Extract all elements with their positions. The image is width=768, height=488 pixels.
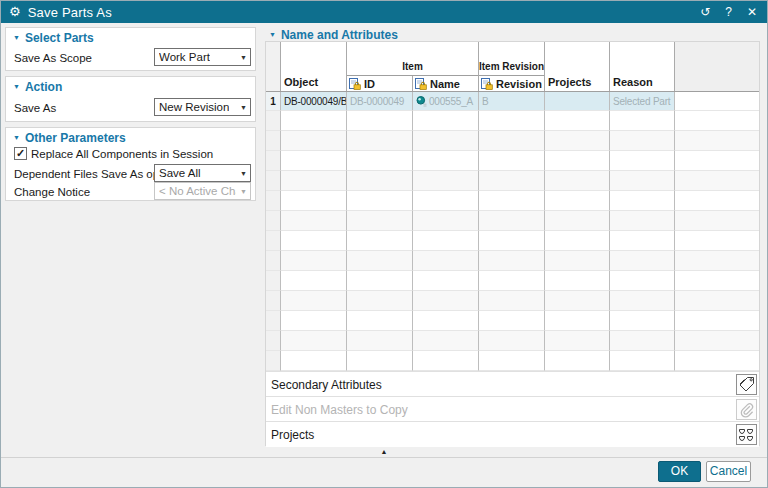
- filler-cell: [675, 191, 759, 211]
- edit-non-masters-button[interactable]: [736, 399, 757, 420]
- column-header-reason: Reason: [610, 42, 675, 91]
- object-cell: [281, 111, 347, 131]
- dependent-files-select[interactable]: Save All ▼: [154, 164, 251, 182]
- dialog-collapse-handle[interactable]: ▲: [1, 446, 767, 457]
- selected-value: < No Active Change: [159, 185, 236, 197]
- name-cell: [413, 291, 479, 311]
- reason-cell: [610, 351, 675, 371]
- table-empty-row[interactable]: [266, 191, 759, 211]
- gear-icon: ⚙: [9, 1, 21, 23]
- group-label: Item Revision: [479, 61, 544, 72]
- reason-cell: [610, 291, 675, 311]
- group-header-name-and-attributes[interactable]: ▼ Name and Attributes: [269, 28, 398, 42]
- id-cell: [347, 251, 413, 271]
- reason-cell: Selected Part: [610, 92, 675, 111]
- object-cell[interactable]: DB-0000049/B;1: [281, 92, 347, 111]
- filler-cell: [675, 291, 759, 311]
- change-notice-select[interactable]: < No Active Change ▼: [154, 182, 251, 200]
- filler-cell: [675, 111, 759, 131]
- row-number-cell: [266, 271, 281, 291]
- reset-icon[interactable]: ↺: [700, 1, 710, 23]
- collapse-arrow-icon: ▲: [381, 448, 388, 455]
- tags-icon: [738, 376, 755, 393]
- ok-button[interactable]: OK: [658, 461, 701, 482]
- reason-cell: [610, 231, 675, 251]
- group-other-parameters: ▼ Other Parameters ✓ Replace All Compone…: [5, 127, 256, 201]
- secondary-attributes-button[interactable]: [736, 374, 757, 395]
- name-cell: [413, 271, 479, 291]
- row-number-cell: [266, 291, 281, 311]
- group-header-other-parameters[interactable]: ▼ Other Parameters: [13, 131, 126, 145]
- revision-cell: [479, 251, 545, 271]
- column-header-revision: Revision: [479, 76, 544, 91]
- table-empty-row[interactable]: [266, 131, 759, 151]
- name-cell: [413, 231, 479, 251]
- table-empty-row[interactable]: [266, 271, 759, 291]
- row-number-column-header: [266, 42, 281, 91]
- table-empty-row[interactable]: [266, 171, 759, 191]
- group-header-select-parts[interactable]: ▼ Select Parts: [13, 31, 94, 45]
- replace-all-components-checkbox[interactable]: ✓: [14, 147, 27, 160]
- name-cell: [413, 351, 479, 371]
- id-cell: [347, 231, 413, 251]
- id-cell: [347, 311, 413, 331]
- save-as-label: Save As: [14, 99, 56, 117]
- object-cell: [281, 311, 347, 331]
- table-empty-row[interactable]: [266, 351, 759, 371]
- revision-cell: [479, 171, 545, 191]
- table-empty-row[interactable]: [266, 111, 759, 131]
- projects-button[interactable]: [736, 424, 757, 445]
- reason-cell: [610, 271, 675, 291]
- save-as-scope-select[interactable]: Work Part ▼: [154, 48, 251, 66]
- change-notice-label: Change Notice: [14, 183, 90, 201]
- table-empty-row[interactable]: [266, 231, 759, 251]
- name-cell: [413, 191, 479, 211]
- column-label: Object: [284, 76, 318, 88]
- help-icon[interactable]: ?: [725, 1, 732, 23]
- revision-cell[interactable]: B: [479, 92, 545, 111]
- projects-cell: [545, 311, 610, 331]
- projects-cell: [545, 231, 610, 251]
- group-name-and-attributes: Object Item: [265, 41, 760, 446]
- lock-icon: [481, 78, 493, 90]
- projects-cell[interactable]: [545, 92, 610, 111]
- secondary-attributes-row: Secondary Attributes: [266, 371, 759, 397]
- table-empty-row[interactable]: [266, 331, 759, 351]
- table-row-selected[interactable]: 1 DB-0000049/B;1 DB-0000049 000555_A B S…: [266, 92, 759, 111]
- projects-cell: [545, 131, 610, 151]
- revision-cell: [479, 231, 545, 251]
- table-empty-row[interactable]: [266, 251, 759, 271]
- filler-cell: [675, 311, 759, 331]
- revision-cell: [479, 351, 545, 371]
- object-cell: [281, 251, 347, 271]
- name-cell: [413, 151, 479, 171]
- filler-cell: [675, 331, 759, 351]
- chevron-down-icon: ▼: [13, 33, 20, 43]
- group-header-action[interactable]: ▼ Action: [13, 80, 62, 94]
- column-group-item-revision: Item Revision Revision: [479, 42, 545, 91]
- chevron-down-icon: ▼: [240, 54, 247, 61]
- cancel-button[interactable]: Cancel: [706, 461, 751, 482]
- table-empty-row[interactable]: [266, 151, 759, 171]
- projects-cell: [545, 171, 610, 191]
- save-as-select[interactable]: New Revision ▼: [154, 98, 251, 116]
- table-empty-row[interactable]: [266, 311, 759, 331]
- table-empty-row[interactable]: [266, 291, 759, 311]
- name-cell: [413, 131, 479, 151]
- projects-label: Projects: [271, 428, 314, 442]
- reason-cell: [610, 111, 675, 131]
- projects-row: Projects: [266, 421, 759, 447]
- name-cell: [413, 171, 479, 191]
- lock-icon: [415, 78, 427, 90]
- table-empty-row[interactable]: [266, 211, 759, 231]
- name-cell[interactable]: 000555_A: [413, 92, 479, 111]
- group-title: Name and Attributes: [281, 28, 398, 42]
- projects-cell: [545, 211, 610, 231]
- row-number-cell: [266, 111, 281, 131]
- dialog-titlebar[interactable]: ⚙ Save Parts As ↺ ? ✕: [1, 1, 767, 23]
- id-cell[interactable]: DB-0000049: [347, 92, 413, 111]
- projects-cell: [545, 331, 610, 351]
- item-revision-group-label: Item Revision: [479, 42, 544, 76]
- close-icon[interactable]: ✕: [747, 1, 757, 23]
- filler-cell: [675, 92, 759, 111]
